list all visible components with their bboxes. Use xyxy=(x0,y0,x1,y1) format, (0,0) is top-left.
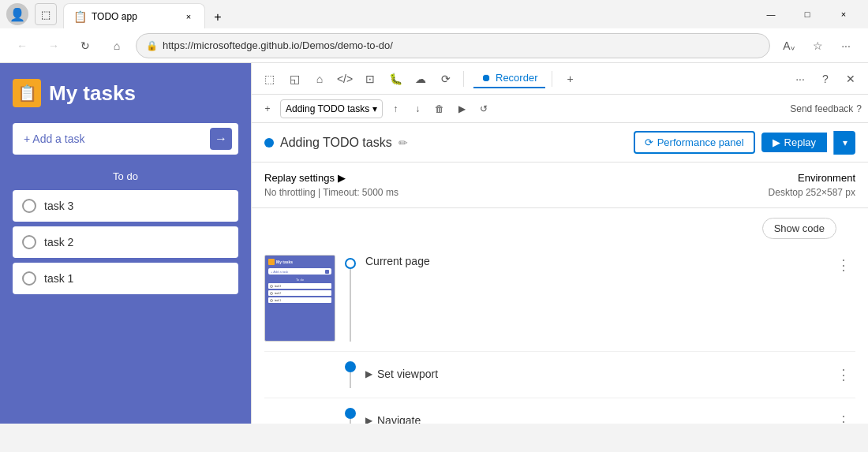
step-current-page: My tasks + Add a task To do task 3 xyxy=(264,245,855,352)
minimize-btn[interactable]: — xyxy=(753,2,789,27)
network-btn[interactable]: 🐛 xyxy=(384,68,406,90)
task-item[interactable]: task 3 xyxy=(13,190,238,222)
maximize-btn[interactable]: □ xyxy=(789,2,825,27)
show-code-row: Show code xyxy=(252,208,868,245)
todo-app-icon: 📋 xyxy=(13,79,41,107)
feedback-label: Send feedback xyxy=(790,103,853,114)
devtools-sub-toolbar: + Adding TODO tasks ▾ ↑ ↓ 🗑 ▶ ↺ Send xyxy=(252,95,868,123)
profile-avatar-icon: 👤 xyxy=(9,7,25,22)
elements-btn[interactable]: ⌂ xyxy=(309,68,331,90)
network-icon: 🐛 xyxy=(389,73,402,85)
feedback-link[interactable]: Send feedback ? xyxy=(790,103,862,114)
timeout-label: Timeout: 5000 ms xyxy=(323,187,398,198)
todo-section-title: To do xyxy=(13,170,238,182)
replay-dropdown-btn[interactable]: ▾ xyxy=(833,131,855,155)
refresh-btn[interactable]: ↻ xyxy=(73,33,98,58)
lock-icon: 🔒 xyxy=(146,40,158,51)
step-line-3 xyxy=(350,419,351,424)
settings-right: Environment Desktop 252×587 px xyxy=(769,172,855,198)
favorites-btn[interactable]: ☆ xyxy=(805,33,830,58)
home-btn[interactable]: ⌂ xyxy=(104,33,129,58)
active-tab[interactable]: 📋 TODO app × xyxy=(63,3,205,28)
performance-panel-btn[interactable]: ⟳ Performance panel xyxy=(634,131,755,154)
performance-btn[interactable]: ☁ xyxy=(410,68,432,90)
task-item[interactable]: task 1 xyxy=(13,263,238,294)
dt-close-btn[interactable]: ✕ xyxy=(840,68,862,90)
add-recording-icon: + xyxy=(264,103,270,114)
recorder-icon: ⏺ xyxy=(481,72,492,84)
todo-panel: 📋 My tasks + Add a task → To do task 3 t… xyxy=(0,63,251,424)
step-line-2 xyxy=(350,372,351,388)
add-task-row[interactable]: + Add a task → xyxy=(13,123,238,155)
desktop-label: Desktop xyxy=(769,187,803,198)
edit-recording-name-btn[interactable]: ✏ xyxy=(398,136,408,149)
add-task-placeholder: + Add a task xyxy=(24,133,210,145)
task-item[interactable]: task 2 xyxy=(13,226,238,258)
show-code-btn[interactable]: Show code xyxy=(762,218,836,239)
step-circle-3 xyxy=(345,408,356,419)
sidebar-toggle-icon: ⬚ xyxy=(41,9,51,21)
url-bar[interactable]: 🔒 https://microsoftedge.github.io/Demos/… xyxy=(136,33,770,58)
replay-recording-btn[interactable]: ↺ xyxy=(474,99,493,118)
step-more-btn-3[interactable]: ⋮ xyxy=(832,411,855,424)
settings-description: No throttling | Timeout: 5000 ms xyxy=(264,187,398,198)
feedback-help-icon: ? xyxy=(856,103,862,114)
add-tab-icon: + xyxy=(567,73,573,85)
elements-icon: ⌂ xyxy=(316,73,323,85)
recording-header: Adding TODO tasks ✏ ⟳ Performance panel … xyxy=(252,123,868,162)
task-checkbox-1[interactable] xyxy=(22,199,36,213)
move-up-btn[interactable]: ↑ xyxy=(386,99,405,118)
read-aloud-btn[interactable]: Aᵥ xyxy=(776,33,802,58)
new-tab-btn[interactable]: + xyxy=(207,6,229,28)
browser-more-btn[interactable]: ··· xyxy=(833,33,859,58)
step-label-3: Navigate xyxy=(377,414,421,424)
task-checkbox-3[interactable] xyxy=(22,271,36,286)
add-task-submit-btn[interactable]: → xyxy=(210,128,232,150)
forward-btn[interactable]: → xyxy=(41,33,66,58)
replay-btn[interactable]: ▶ Replay xyxy=(761,133,827,152)
read-aloud-icon: Aᵥ xyxy=(783,39,795,52)
resolution-label: 252×587 px xyxy=(806,187,855,198)
forward-icon: → xyxy=(48,39,59,52)
toolbar-separator xyxy=(463,71,464,87)
step-label-2: Set viewport xyxy=(377,368,438,380)
move-down-btn[interactable]: ↓ xyxy=(408,99,427,118)
task-label-1: task 3 xyxy=(44,200,73,212)
sources-icon: ⊡ xyxy=(365,73,375,85)
back-btn[interactable]: ← xyxy=(9,33,35,58)
sources-btn[interactable]: ⊡ xyxy=(359,68,381,90)
recording-selector-label: Adding TODO tasks xyxy=(286,103,369,114)
devtools-toolbar: ⬚ ◱ ⌂ </> ⊡ 🐛 ☁ ⟳ xyxy=(252,63,868,95)
delete-recording-btn[interactable]: 🗑 xyxy=(430,99,449,118)
recorder-tab[interactable]: ⏺ Recorder xyxy=(473,69,545,88)
address-actions: Aᵥ ☆ ··· xyxy=(776,33,859,58)
application-btn[interactable]: ⟳ xyxy=(435,68,457,90)
devtools-panel: ⬚ ◱ ⌂ </> ⊡ 🐛 ☁ ⟳ xyxy=(251,63,868,424)
add-tab-btn[interactable]: + xyxy=(559,68,581,90)
recording-selector[interactable]: Adding TODO tasks ▾ xyxy=(280,99,383,118)
console-btn[interactable]: </> xyxy=(334,68,356,90)
tab-close-btn[interactable]: × xyxy=(182,10,195,23)
sidebar-toggle-btn[interactable]: ⬚ xyxy=(35,3,57,25)
add-recording-btn[interactable]: + xyxy=(258,99,277,118)
replay-settings-btn[interactable]: Replay settings ▶ xyxy=(264,172,398,184)
refresh-icon: ↻ xyxy=(80,39,90,52)
toolbar-separator-2 xyxy=(552,71,552,87)
console-icon: </> xyxy=(337,73,353,85)
step-expand-icon-2[interactable]: ▶ xyxy=(365,368,372,379)
close-btn[interactable]: × xyxy=(825,2,862,27)
step-more-btn-2[interactable]: ⋮ xyxy=(832,364,855,385)
device-mode-btn[interactable]: ◱ xyxy=(283,68,305,90)
inspect-element-btn[interactable]: ⬚ xyxy=(258,68,280,90)
profile-icon[interactable]: 👤 xyxy=(6,3,28,25)
title-bar: 👤 ⬚ 📋 TODO app × + — □ × xyxy=(0,0,868,28)
application-icon: ⟳ xyxy=(441,73,451,85)
step-more-btn-1[interactable]: ⋮ xyxy=(832,255,855,275)
favorites-icon: ☆ xyxy=(813,39,823,52)
dt-help-btn[interactable]: ? xyxy=(814,68,836,90)
step-expand-icon-3[interactable]: ▶ xyxy=(365,415,372,424)
task-checkbox-2[interactable] xyxy=(22,235,36,249)
mini-todo-preview: My tasks + Add a task To do task 3 xyxy=(265,256,335,341)
play-recording-btn[interactable]: ▶ xyxy=(452,99,471,118)
dt-more-btn[interactable]: ··· xyxy=(789,68,811,90)
